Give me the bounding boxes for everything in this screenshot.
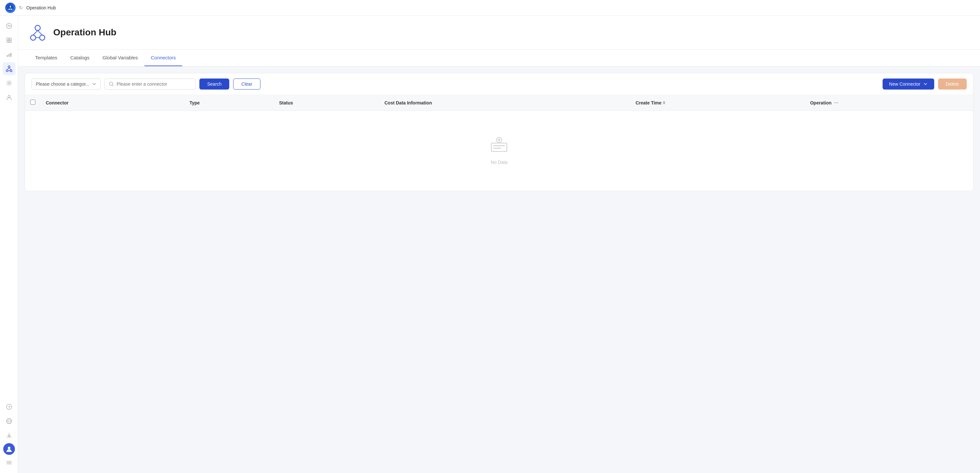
toolbar: Please choose a categor... Search: [25, 73, 973, 95]
col-connector: Connector: [41, 95, 184, 111]
sidebar: ?: [0, 16, 18, 473]
empty-text: No Data: [491, 160, 507, 165]
svg-line-12: [7, 68, 9, 70]
svg-point-22: [8, 447, 10, 449]
grid-icon: [6, 37, 12, 43]
sidebar-bottom: ?: [3, 400, 16, 469]
svg-rect-8: [10, 53, 11, 57]
empty-cell: No Data: [25, 111, 973, 191]
sidebar-item-download[interactable]: [3, 429, 16, 442]
col-create-time[interactable]: Create Time: [630, 95, 805, 111]
tabs-bar: Templates Catalogs Global Variables Conn…: [18, 50, 980, 67]
sidebar-item-operation-hub[interactable]: [3, 62, 16, 75]
main-content: Operation Hub Templates Catalogs Global …: [18, 16, 980, 473]
avatar-icon: [6, 445, 13, 452]
new-connector-button[interactable]: New Connector: [883, 78, 934, 89]
col-cost-data: Cost Data Information: [379, 95, 630, 111]
category-select[interactable]: Please choose a categor...: [32, 78, 101, 89]
svg-rect-34: [491, 143, 507, 151]
col-status: Status: [274, 95, 379, 111]
download-icon: [6, 432, 12, 439]
toolbar-right: New Connector Delete: [883, 78, 967, 89]
page-header-icon: [29, 23, 47, 41]
page-title: Operation Hub: [53, 27, 116, 38]
svg-point-15: [8, 82, 10, 84]
tab-templates[interactable]: Templates: [29, 50, 64, 66]
chevron-down-icon-new: [923, 82, 928, 86]
connectors-table: Connector Type Status Cost Data Informat…: [25, 95, 973, 191]
sidebar-item-settings[interactable]: [3, 76, 16, 89]
empty-state: No Data: [25, 111, 973, 191]
tab-global-variables[interactable]: Global Variables: [96, 50, 145, 66]
svg-rect-6: [7, 55, 8, 57]
sidebar-item-users[interactable]: [3, 91, 16, 104]
search-button[interactable]: Search: [199, 78, 229, 89]
svg-point-28: [40, 35, 45, 40]
svg-line-33: [112, 85, 113, 86]
app-logo[interactable]: [5, 3, 16, 13]
tab-catalogs[interactable]: Catalogs: [64, 50, 96, 66]
table-body: No Data: [25, 111, 973, 191]
sidebar-item-grid[interactable]: [3, 34, 16, 47]
svg-point-16: [8, 95, 10, 98]
analytics-icon: [6, 23, 12, 29]
no-data-icon: [490, 137, 508, 152]
refresh-icon: ↻: [19, 5, 23, 11]
clear-button[interactable]: Clear: [233, 78, 260, 89]
more-options-icon[interactable]: ···: [834, 100, 838, 106]
sidebar-item-analytics[interactable]: [3, 19, 16, 32]
page-header: Operation Hub: [18, 16, 980, 50]
gear-icon: [6, 80, 12, 86]
table-header-row: Connector Type Status Cost Data Informat…: [25, 95, 973, 111]
svg-point-9: [8, 66, 10, 68]
svg-rect-3: [10, 38, 11, 40]
select-all-checkbox[interactable]: [30, 100, 35, 105]
table-wrap: Connector Type Status Cost Data Informat…: [25, 95, 973, 191]
content-panel: Please choose a categor... Search: [25, 73, 974, 191]
sidebar-item-globe[interactable]: [3, 414, 16, 428]
svg-rect-5: [10, 41, 11, 43]
menu-icon: [6, 459, 12, 466]
topbar-title: Operation Hub: [26, 5, 56, 10]
topbar: ↻ Operation Hub: [0, 0, 980, 16]
svg-rect-36: [493, 148, 501, 149]
svg-line-29: [33, 30, 38, 35]
help-icon: ?: [6, 403, 12, 410]
search-input-wrap: [105, 78, 196, 89]
operation-hub-icon: [6, 65, 13, 72]
col-operation: Operation ···: [805, 95, 973, 111]
sidebar-item-help[interactable]: ?: [3, 400, 16, 413]
user-icon: [6, 94, 12, 100]
chevron-down-icon: [92, 82, 97, 86]
svg-line-13: [9, 68, 11, 70]
svg-rect-35: [493, 145, 505, 146]
sort-icon: [663, 101, 665, 105]
sidebar-item-chart[interactable]: [3, 48, 16, 61]
globe-icon: [6, 418, 12, 424]
col-type: Type: [184, 95, 274, 111]
user-avatar[interactable]: [3, 443, 15, 455]
connector-search-input[interactable]: [116, 81, 191, 87]
delete-button[interactable]: Delete: [938, 78, 967, 89]
svg-line-30: [38, 30, 42, 35]
svg-point-10: [6, 70, 8, 72]
svg-text:?: ?: [8, 405, 10, 409]
svg-point-26: [35, 25, 40, 30]
svg-rect-7: [8, 54, 10, 57]
sidebar-item-menu[interactable]: [3, 456, 16, 469]
svg-point-11: [10, 70, 12, 72]
col-checkbox: [25, 95, 41, 111]
svg-point-27: [30, 35, 36, 40]
tab-connectors[interactable]: Connectors: [145, 50, 183, 66]
category-value: Please choose a categor...: [36, 81, 89, 87]
empty-row: No Data: [25, 111, 973, 191]
empty-icon: [490, 137, 508, 156]
search-icon: [109, 81, 114, 87]
svg-rect-2: [7, 38, 9, 40]
svg-rect-4: [7, 41, 9, 43]
chart-icon: [6, 51, 12, 58]
